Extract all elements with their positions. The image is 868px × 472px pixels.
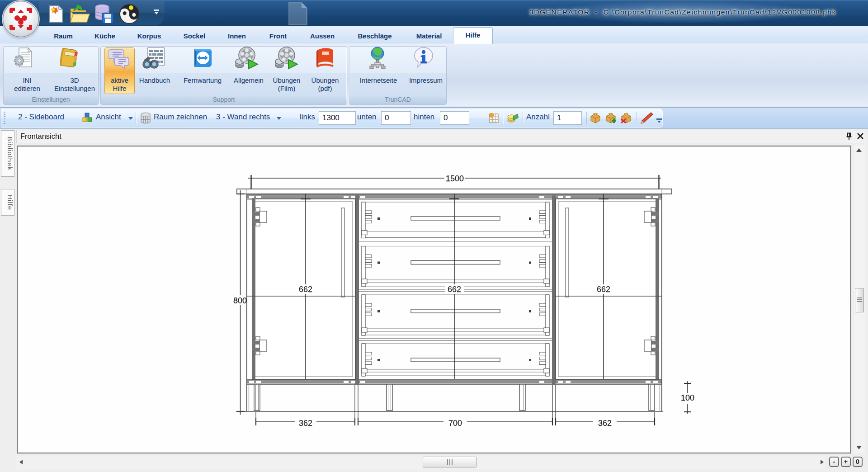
svg-text:662: 662 [448,285,461,294]
svg-text:662: 662 [597,285,610,294]
svg-text:362: 362 [598,419,612,428]
svg-text:1500: 1500 [446,174,464,183]
svg-text:800: 800 [233,296,247,305]
svg-text:700: 700 [448,419,462,428]
svg-text:100: 100 [681,393,694,402]
svg-text:662: 662 [299,285,312,294]
svg-text:362: 362 [299,419,312,428]
